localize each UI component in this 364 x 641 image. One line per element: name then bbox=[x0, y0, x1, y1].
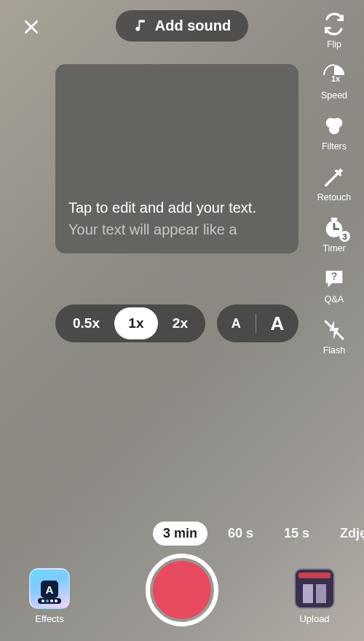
tool-qa-label: Q&A bbox=[325, 294, 344, 304]
teleprompter-card[interactable]: Tap to edit and add your text. Your text… bbox=[55, 64, 298, 253]
svg-point-3 bbox=[329, 124, 339, 134]
tool-qa[interactable]: ? Q&A bbox=[320, 267, 349, 304]
svg-rect-5 bbox=[331, 218, 338, 221]
svg-text:1x: 1x bbox=[331, 74, 341, 83]
effects-icon-letter: A bbox=[41, 581, 58, 598]
filters-icon bbox=[322, 114, 347, 138]
tool-filters[interactable]: Filters bbox=[320, 114, 349, 152]
upload-thumbnail bbox=[294, 568, 335, 609]
close-button[interactable] bbox=[20, 16, 42, 38]
teleprompter-speed-selector: 0.5x 1x 2x bbox=[55, 304, 205, 342]
speed-option-2x[interactable]: 2x bbox=[170, 315, 191, 331]
duration-60s[interactable]: 60 s bbox=[218, 522, 264, 546]
timer-badge: 3 bbox=[339, 231, 350, 242]
tool-speed-label: Speed bbox=[321, 90, 347, 101]
tool-timer-label: Timer bbox=[323, 243, 345, 253]
duration-selector: 3 min 60 s 15 s Zdjęc bbox=[0, 519, 364, 548]
font-size-small[interactable]: A bbox=[232, 316, 241, 331]
flash-off-icon bbox=[323, 318, 346, 342]
speed-option-1x[interactable]: 1x bbox=[114, 307, 158, 339]
music-note-icon bbox=[133, 18, 148, 33]
speed-option-0-5x[interactable]: 0.5x bbox=[70, 315, 103, 331]
tool-flash[interactable]: Flash bbox=[320, 318, 349, 355]
tool-retouch[interactable]: Retouch bbox=[317, 165, 352, 202]
duration-15s[interactable]: 15 s bbox=[274, 522, 320, 546]
tools-sidebar: Flip 1x Speed Filters Retouch 3 Timer bbox=[309, 12, 360, 355]
tool-flash-label: Flash bbox=[323, 345, 346, 355]
tool-timer[interactable]: 3 Timer bbox=[320, 216, 349, 253]
divider bbox=[256, 314, 256, 333]
effects-label: Effects bbox=[35, 613, 64, 624]
upload-button[interactable]: Upload bbox=[294, 568, 335, 624]
tool-flip-label: Flip bbox=[327, 39, 341, 50]
add-sound-label: Add sound bbox=[155, 17, 231, 34]
upload-label: Upload bbox=[299, 613, 329, 624]
qa-icon: ? bbox=[322, 267, 347, 291]
duration-3min[interactable]: 3 min bbox=[153, 522, 207, 546]
add-sound-button[interactable]: Add sound bbox=[116, 10, 248, 42]
effects-icon: A bbox=[29, 568, 70, 609]
flip-icon bbox=[322, 12, 347, 36]
close-icon bbox=[22, 17, 41, 36]
tool-filters-label: Filters bbox=[322, 141, 347, 152]
effects-button[interactable]: A Effects bbox=[29, 568, 70, 624]
record-icon bbox=[153, 561, 211, 619]
font-size-large[interactable]: A bbox=[270, 312, 284, 335]
teleprompter-line-2: Your text will appear like a bbox=[68, 219, 285, 240]
teleprompter-font-size-selector: A A bbox=[217, 304, 298, 342]
svg-text:?: ? bbox=[331, 270, 338, 282]
tool-flip[interactable]: Flip bbox=[320, 12, 349, 50]
retouch-icon bbox=[322, 165, 347, 189]
teleprompter-line-1: Tap to edit and add your text. bbox=[68, 197, 285, 219]
tool-retouch-label: Retouch bbox=[317, 192, 352, 202]
speed-icon: 1x bbox=[321, 62, 347, 88]
record-button[interactable] bbox=[146, 554, 218, 626]
tool-speed[interactable]: 1x Speed bbox=[320, 63, 349, 101]
duration-photo[interactable]: Zdjęc bbox=[330, 522, 364, 546]
